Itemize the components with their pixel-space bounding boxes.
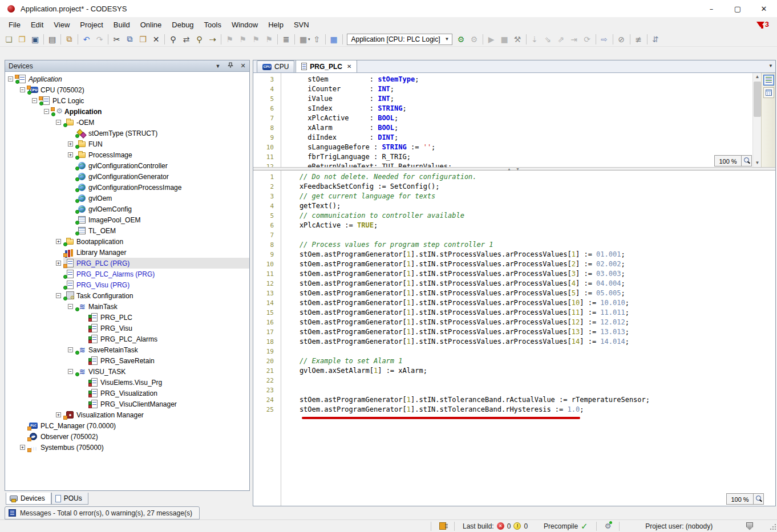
menu-debug[interactable]: Debug [167,18,199,31]
code-line-9[interactable]: 9 diIndex : DINT; [253,133,760,143]
resize-grip[interactable] [769,524,776,531]
code-line-16[interactable]: 16 stOem.astProgramGenerator[1].stIN.stP… [253,318,775,327]
redo-icon[interactable]: ↷ [93,33,106,46]
code-line-12[interactable]: 12 stOem.astProgramGenerator[1].stIN.stP… [253,279,775,289]
code-line-5[interactable]: 5 iValue : INT; [253,94,760,104]
menu-tools[interactable]: Tools [199,18,226,31]
collapse-icon[interactable]: − [56,293,61,298]
clear-bookmarks-icon[interactable]: ⚑ [262,33,276,46]
tree-item-prg-plc[interactable]: −PRG_PLC [5,312,249,323]
menu-file[interactable]: File [3,18,26,31]
new-project-icon[interactable]: ❏ [2,33,15,46]
tree-item-gvloem[interactable]: −gvlOem [5,193,249,204]
code-line-11[interactable]: 11 stOem.astProgramGenerator[1].stIN.stP… [253,269,775,279]
code-line-21[interactable]: 21 gvlOem.axSetAlarm[1] := xAlarm; [253,366,775,376]
menu-online[interactable]: Online [135,18,167,31]
declaration-editor[interactable]: 3 stOem : stOemType;4 iCounter : INT;5 i… [253,73,775,167]
code-line-7[interactable]: 7 [253,230,775,240]
cut-icon[interactable]: ✂ [110,33,123,46]
tree-item-plc-manager-70-0000-[interactable]: −PLCPLC_Manager (70.0000) [5,420,249,431]
close-tab-icon[interactable]: ✕ [347,63,351,70]
expand-icon[interactable]: + [68,152,73,157]
start-icon[interactable]: ▶ [485,33,498,46]
run-to-cursor-icon[interactable]: ⇥ [568,33,581,46]
pin-icon[interactable] [226,62,234,70]
collapse-icon[interactable]: − [32,98,37,103]
display-mode-icon[interactable]: ≢ [632,33,645,46]
message-flag-button[interactable]: 3 [756,20,769,29]
code-line-18[interactable]: 18 stOem.astProgramGenerator[1].stIN.stP… [253,337,775,347]
textual-view-button[interactable] [763,75,774,86]
reset-icon[interactable]: ⇨ [598,33,611,46]
tree-item-processimage[interactable]: +ProcessImage [5,149,249,160]
code-line-25[interactable]: 25 stOem.astProgramGenerator[1].stIN.stT… [253,405,775,415]
expand-icon[interactable]: + [56,261,61,266]
code-line-3[interactable]: 3 stOem : stOemType; [253,75,760,84]
code-line-1[interactable]: 1 // Do not delete. Needed for configura… [253,172,775,182]
code-line-23[interactable]: 23 [253,385,775,395]
tree-item-prg-visu[interactable]: −PRG_Visu [5,323,249,334]
delete-icon[interactable]: ✕ [149,33,163,46]
login-icon[interactable]: ⚙ [455,33,468,46]
collapse-icon[interactable]: − [68,369,73,374]
expand-icon[interactable]: + [56,412,61,417]
code-line-4[interactable]: 4 iCounter : INT; [253,84,760,94]
magnifier-icon[interactable] [742,155,752,166]
toggle-bookmark-icon[interactable]: ⚑ [223,33,236,46]
code-line-20[interactable]: 20 // Example to set Alarm 1 [253,356,775,366]
declaration-scrollbar[interactable]: ▲ ▼ [752,73,761,167]
tabular-view-button[interactable] [763,87,774,98]
tree-item--oem[interactable]: −-OEM [5,117,249,128]
collapse-icon[interactable]: − [68,347,73,352]
code-line-17[interactable]: 17 stOem.astProgramGenerator[1].stIN.stP… [253,327,775,337]
tree-item-visu-task[interactable]: −≋VISU_TASK [5,366,249,377]
menu-project[interactable]: Project [75,18,108,31]
magnifier-icon[interactable] [754,493,764,505]
code-line-8[interactable]: 8 // Process values for program step con… [253,240,775,250]
breakpoints-icon[interactable]: ⊘ [615,33,628,46]
tree-item-gvlconfigurationgenerator[interactable]: −gvlConfigurationGenerator [5,171,249,182]
upload-icon[interactable]: ⇧ [310,33,323,46]
open-project-icon[interactable]: ❐ [15,33,29,46]
force-values-icon[interactable]: ⇵ [649,33,662,46]
tree-item-maintask[interactable]: −≋MainTask [5,301,249,312]
tree-item-prg-saveretain[interactable]: −PRG_SaveRetain [5,355,249,366]
active-application-dropdown[interactable]: Application [CPU: PLC Logic]▼ [347,34,452,45]
collapse-icon[interactable]: − [8,76,13,82]
maximize-button[interactable]: ▢ [725,0,751,17]
replace-in-project-icon[interactable]: ⇢ [206,33,219,46]
tree-item-imagepool-oem[interactable]: −ImagePool_OEM [5,214,249,225]
code-line-11[interactable]: 11 fbrTrigLanguage : R_TRIG; [253,152,760,162]
tree-item-prg-plc-alarms-prg-[interactable]: −PRG_PLC_Alarms (PRG) [5,269,249,279]
tree-item-prg-visualization[interactable]: −PRG_Visualization [5,388,249,399]
step-into-icon[interactable]: ⇘ [541,33,555,46]
collapse-icon[interactable]: − [68,304,73,309]
undo-icon[interactable]: ↶ [80,33,93,46]
tree-item-cpu-705002-[interactable]: −CPUCPU (705002) [5,84,249,95]
collapse-icon[interactable]: − [44,109,49,114]
tree-item-systembus-705000-[interactable]: +Systembus (705000) [5,442,249,453]
tree-item-gvloemconfig[interactable]: −gvlOemConfig [5,204,249,214]
online-config-icon[interactable]: ⚒ [511,33,524,46]
paste-icon[interactable]: ❒ [136,33,149,46]
user-shield-icon[interactable] [746,522,753,530]
code-line-5[interactable]: 5 // communication to controller availab… [253,211,775,221]
replace-icon[interactable]: ⇄ [180,33,193,46]
print-icon[interactable]: ▤ [46,33,59,46]
code-line-8[interactable]: 8 xAlarm : BOOL; [253,123,760,133]
menu-build[interactable]: Build [108,18,135,31]
menu-window[interactable]: Window [226,18,263,31]
code-line-10[interactable]: 10 sLanguageBefore : STRING := ''; [253,143,760,152]
close-button[interactable]: ✕ [751,0,777,17]
declaration-zoom-level[interactable]: 100 % [714,155,742,166]
code-line-3[interactable]: 3 // get current language for texts [253,192,775,201]
editor-tab-cpu[interactable]: CPUCPU [257,60,294,72]
code-line-13[interactable]: 13 stOem.astProgramGenerator[1].stIN.stP… [253,289,775,298]
collapse-icon[interactable]: − [20,87,25,92]
implementation-zoom-level[interactable]: 100 % [726,493,754,505]
tree-item-prg-visuclientmanager[interactable]: −PRG_VisuClientManager [5,399,249,409]
properties-icon[interactable]: ≣ [280,33,293,46]
device-grid-icon[interactable]: ▦ [327,33,341,46]
stop-icon[interactable]: ■ [498,33,511,46]
menu-help[interactable]: Help [263,18,289,31]
